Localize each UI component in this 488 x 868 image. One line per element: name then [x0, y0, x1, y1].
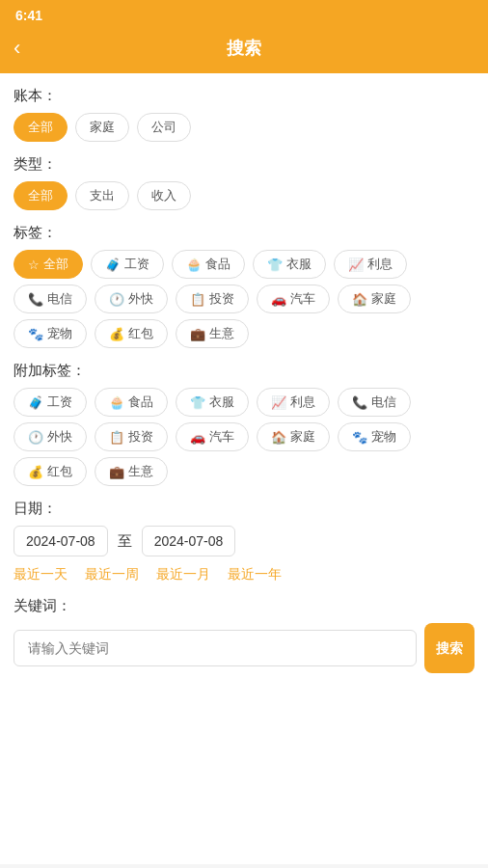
tag-car[interactable]: 🚗 汽车	[257, 285, 330, 313]
search-button[interactable]: 搜索	[424, 623, 474, 673]
date-separator: 至	[118, 532, 132, 551]
type-tags: 全部 支出 收入	[14, 181, 474, 210]
tag-pet[interactable]: 🐾 宠物	[14, 319, 87, 348]
extra-tag-redpocket[interactable]: 💰 红包	[14, 457, 87, 486]
extra-tag-home[interactable]: 🏠 家庭	[257, 422, 330, 451]
account-section: 账本： 全部 家庭 公司	[14, 87, 474, 142]
extra-tag-interest[interactable]: 📈 利息	[257, 388, 330, 417]
quick-dates: 最近一天 最近一周 最近一月 最近一年	[14, 566, 474, 583]
tag-interest[interactable]: 📈 利息	[334, 250, 407, 279]
extra-tag-business[interactable]: 💼 生意	[95, 457, 168, 486]
type-section: 类型： 全部 支出 收入	[14, 155, 474, 210]
account-label: 账本：	[14, 87, 474, 105]
account-tag-company[interactable]: 公司	[137, 113, 191, 142]
tag-business[interactable]: 💼 生意	[176, 319, 249, 348]
tag-row-3: 🐾 宠物 💰 红包 💼 生意	[14, 319, 474, 348]
date-row: 2024-07-08 至 2024-07-08	[14, 526, 474, 556]
extra-tag-row-1: 🧳 工资 🧁 食品 👕 衣服 📈 利息 📞 电信	[14, 388, 474, 417]
keyword-section: 关键词： 搜索	[14, 597, 474, 673]
extra-tag-label: 附加标签：	[14, 362, 474, 380]
type-tag-expense[interactable]: 支出	[75, 181, 129, 210]
quick-date-week[interactable]: 最近一周	[85, 566, 139, 583]
tag-salary[interactable]: 🧳 工资	[91, 250, 164, 279]
tag-invest[interactable]: 📋 投资	[176, 285, 249, 313]
keyword-label: 关键词：	[14, 597, 474, 615]
keyword-input[interactable]	[14, 630, 417, 666]
date-label: 日期：	[14, 500, 474, 518]
tag-clothes[interactable]: 👕 衣服	[253, 250, 326, 279]
tag-telecom[interactable]: 📞 电信	[14, 285, 87, 313]
tag-all[interactable]: ☆ 全部	[14, 250, 83, 279]
start-date[interactable]: 2024-07-08	[14, 526, 108, 556]
account-tags: 全部 家庭 公司	[14, 113, 474, 142]
quick-date-day[interactable]: 最近一天	[14, 566, 68, 583]
extra-tag-clothes[interactable]: 👕 衣服	[176, 388, 249, 417]
extra-tag-food[interactable]: 🧁 食品	[95, 388, 168, 417]
tag-section: 标签： ☆ 全部 🧳 工资 🧁 食品 👕 衣服 📈 利息 📞 电信 🕐 外快 📋…	[14, 224, 474, 348]
quick-date-month[interactable]: 最近一月	[156, 566, 210, 583]
keyword-row: 搜索	[14, 623, 474, 673]
page-title: 搜索	[227, 37, 261, 60]
quick-date-year[interactable]: 最近一年	[228, 566, 282, 583]
time: 6:41	[15, 8, 42, 23]
account-tag-all[interactable]: 全部	[14, 113, 68, 142]
date-section: 日期： 2024-07-08 至 2024-07-08 最近一天 最近一周 最近…	[14, 500, 474, 583]
extra-tag-car[interactable]: 🚗 汽车	[176, 422, 249, 451]
tag-row-1: ☆ 全部 🧳 工资 🧁 食品 👕 衣服 📈 利息	[14, 250, 474, 279]
tag-row-2: 📞 电信 🕐 外快 📋 投资 🚗 汽车 🏠 家庭	[14, 285, 474, 313]
tag-label: 标签：	[14, 224, 474, 242]
extra-tag-row-2: 🕐 外快 📋 投资 🚗 汽车 🏠 家庭 🐾 宠物	[14, 422, 474, 451]
extra-tag-row-3: 💰 红包 💼 生意	[14, 457, 474, 486]
extra-tag-section: 附加标签： 🧳 工资 🧁 食品 👕 衣服 📈 利息 📞 电信 🕐 外快 📋 投资…	[14, 362, 474, 486]
tag-food[interactable]: 🧁 食品	[172, 250, 245, 279]
back-button[interactable]: ‹	[14, 36, 20, 61]
content: 账本： 全部 家庭 公司 类型： 全部 支出 收入 标签： ☆ 全部 🧳 工资 …	[0, 73, 488, 864]
account-tag-family[interactable]: 家庭	[75, 113, 129, 142]
status-bar: 6:41	[0, 0, 488, 27]
type-label: 类型：	[14, 155, 474, 174]
header: ‹ 搜索	[0, 27, 488, 73]
tag-redpocket[interactable]: 💰 红包	[95, 319, 168, 348]
end-date[interactable]: 2024-07-08	[142, 526, 236, 556]
type-tag-income[interactable]: 收入	[137, 181, 191, 210]
extra-tag-salary[interactable]: 🧳 工资	[14, 388, 87, 417]
type-tag-all[interactable]: 全部	[14, 181, 68, 210]
tag-home[interactable]: 🏠 家庭	[338, 285, 411, 313]
tag-delivery[interactable]: 🕐 外快	[95, 285, 168, 313]
extra-tag-pet[interactable]: 🐾 宠物	[338, 422, 411, 451]
extra-tag-invest[interactable]: 📋 投资	[95, 422, 168, 451]
extra-tag-delivery[interactable]: 🕐 外快	[14, 422, 87, 451]
extra-tag-telecom[interactable]: 📞 电信	[338, 388, 411, 417]
